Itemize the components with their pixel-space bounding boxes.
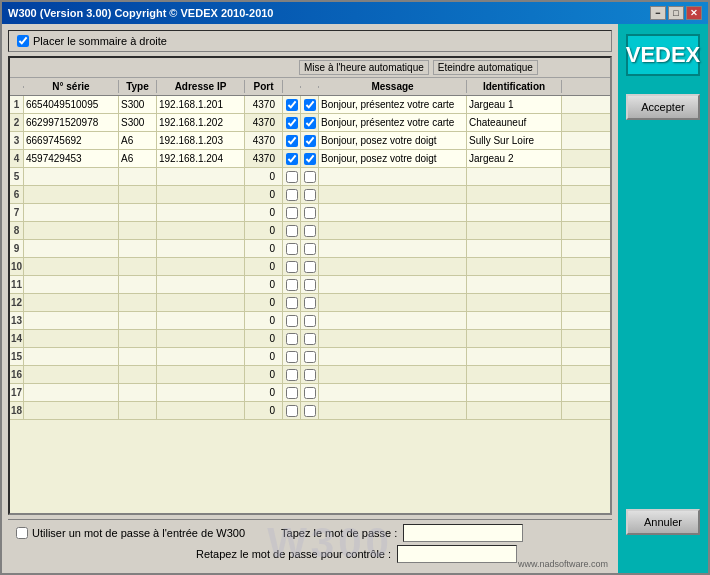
minimize-button[interactable]: − bbox=[650, 6, 666, 20]
cell-serie[interactable] bbox=[24, 294, 119, 311]
cell-message[interactable] bbox=[319, 294, 467, 311]
ip-input[interactable] bbox=[159, 168, 242, 185]
ident-input[interactable] bbox=[469, 258, 559, 275]
cell-cb2[interactable] bbox=[301, 168, 319, 185]
cell-cb1[interactable] bbox=[283, 132, 301, 149]
checkbox-mise[interactable] bbox=[286, 171, 298, 183]
checkbox-mise[interactable] bbox=[286, 351, 298, 363]
ip-input[interactable] bbox=[159, 150, 242, 167]
cell-ident[interactable] bbox=[467, 186, 562, 203]
cell-ident[interactable] bbox=[467, 348, 562, 365]
checkbox-mise[interactable] bbox=[286, 405, 298, 417]
serie-input[interactable] bbox=[26, 348, 116, 365]
cell-serie[interactable] bbox=[24, 402, 119, 419]
cell-ip[interactable] bbox=[157, 96, 245, 113]
maximize-button[interactable]: □ bbox=[668, 6, 684, 20]
password-checkbox[interactable] bbox=[16, 527, 28, 539]
message-input[interactable] bbox=[321, 186, 464, 203]
cell-cb2[interactable] bbox=[301, 222, 319, 239]
type-input[interactable] bbox=[121, 132, 154, 149]
checkbox-eteindre[interactable] bbox=[304, 171, 316, 183]
cell-ip[interactable] bbox=[157, 312, 245, 329]
cell-type[interactable] bbox=[119, 168, 157, 185]
cell-serie[interactable] bbox=[24, 186, 119, 203]
serie-input[interactable] bbox=[26, 330, 116, 347]
cell-ip[interactable] bbox=[157, 132, 245, 149]
cell-ip[interactable] bbox=[157, 366, 245, 383]
cell-message[interactable] bbox=[319, 222, 467, 239]
ident-input[interactable] bbox=[469, 222, 559, 239]
ident-input[interactable] bbox=[469, 366, 559, 383]
cell-type[interactable] bbox=[119, 276, 157, 293]
ip-input[interactable] bbox=[159, 312, 242, 329]
cell-cb2[interactable] bbox=[301, 276, 319, 293]
ip-input[interactable] bbox=[159, 222, 242, 239]
type-input[interactable] bbox=[121, 168, 154, 185]
ip-input[interactable] bbox=[159, 330, 242, 347]
checkbox-mise[interactable] bbox=[286, 369, 298, 381]
ident-input[interactable] bbox=[469, 150, 559, 167]
cell-serie[interactable] bbox=[24, 366, 119, 383]
serie-input[interactable] bbox=[26, 132, 116, 149]
cell-ident[interactable] bbox=[467, 114, 562, 131]
cell-ip[interactable] bbox=[157, 384, 245, 401]
checkbox-eteindre[interactable] bbox=[304, 405, 316, 417]
cell-ip[interactable] bbox=[157, 276, 245, 293]
cell-serie[interactable] bbox=[24, 240, 119, 257]
cell-ident[interactable] bbox=[467, 402, 562, 419]
ident-input[interactable] bbox=[469, 132, 559, 149]
cell-cb1[interactable] bbox=[283, 384, 301, 401]
cell-type[interactable] bbox=[119, 114, 157, 131]
serie-input[interactable] bbox=[26, 222, 116, 239]
message-input[interactable] bbox=[321, 312, 464, 329]
message-input[interactable] bbox=[321, 384, 464, 401]
cell-serie[interactable] bbox=[24, 384, 119, 401]
cell-message[interactable] bbox=[319, 186, 467, 203]
ip-input[interactable] bbox=[159, 384, 242, 401]
cell-type[interactable] bbox=[119, 186, 157, 203]
serie-input[interactable] bbox=[26, 96, 116, 113]
cell-type[interactable] bbox=[119, 240, 157, 257]
cell-ip[interactable] bbox=[157, 330, 245, 347]
cell-cb1[interactable] bbox=[283, 222, 301, 239]
serie-input[interactable] bbox=[26, 150, 116, 167]
type-input[interactable] bbox=[121, 114, 154, 131]
cell-cb2[interactable] bbox=[301, 366, 319, 383]
cell-cb1[interactable] bbox=[283, 294, 301, 311]
password-input[interactable] bbox=[403, 524, 523, 542]
cell-serie[interactable] bbox=[24, 276, 119, 293]
checkbox-eteindre[interactable] bbox=[304, 135, 316, 147]
checkbox-eteindre[interactable] bbox=[304, 225, 316, 237]
cell-cb1[interactable] bbox=[283, 150, 301, 167]
checkbox-eteindre[interactable] bbox=[304, 315, 316, 327]
message-input[interactable] bbox=[321, 366, 464, 383]
cell-cb1[interactable] bbox=[283, 96, 301, 113]
cell-cb1[interactable] bbox=[283, 402, 301, 419]
cell-serie[interactable] bbox=[24, 312, 119, 329]
ident-input[interactable] bbox=[469, 96, 559, 113]
ip-input[interactable] bbox=[159, 96, 242, 113]
ident-input[interactable] bbox=[469, 114, 559, 131]
serie-input[interactable] bbox=[26, 114, 116, 131]
checkbox-mise[interactable] bbox=[286, 135, 298, 147]
serie-input[interactable] bbox=[26, 204, 116, 221]
ident-input[interactable] bbox=[469, 204, 559, 221]
checkbox-eteindre[interactable] bbox=[304, 369, 316, 381]
cell-ip[interactable] bbox=[157, 222, 245, 239]
ip-input[interactable] bbox=[159, 258, 242, 275]
cell-cb1[interactable] bbox=[283, 258, 301, 275]
checkbox-eteindre[interactable] bbox=[304, 243, 316, 255]
message-input[interactable] bbox=[321, 348, 464, 365]
cell-ip[interactable] bbox=[157, 186, 245, 203]
cell-cb1[interactable] bbox=[283, 168, 301, 185]
message-input[interactable] bbox=[321, 168, 464, 185]
cell-ip[interactable] bbox=[157, 114, 245, 131]
serie-input[interactable] bbox=[26, 168, 116, 185]
type-input[interactable] bbox=[121, 186, 154, 203]
cell-ip[interactable] bbox=[157, 240, 245, 257]
cell-cb1[interactable] bbox=[283, 366, 301, 383]
cell-cb1[interactable] bbox=[283, 114, 301, 131]
password-option[interactable]: Utiliser un mot de passe à l'entrée de W… bbox=[16, 527, 245, 539]
checkbox-mise[interactable] bbox=[286, 189, 298, 201]
close-button[interactable]: ✕ bbox=[686, 6, 702, 20]
